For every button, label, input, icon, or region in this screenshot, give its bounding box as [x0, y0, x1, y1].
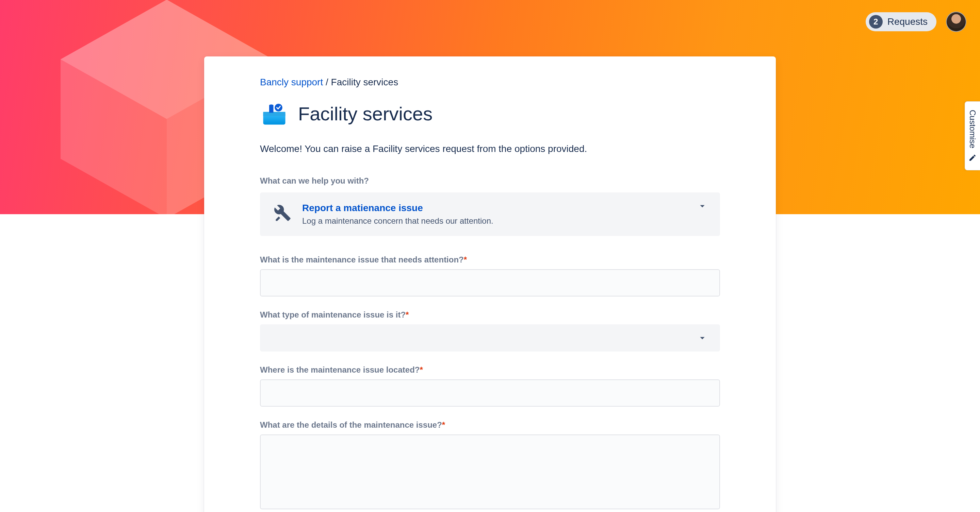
field-issue-details: What are the details of the maintenance …: [260, 420, 720, 510]
request-type-selector[interactable]: Report a matienance issue Log a maintena…: [260, 192, 720, 236]
requests-label: Requests: [888, 16, 928, 27]
required-marker: *: [406, 310, 409, 319]
welcome-text: Welcome! You can raise a Facility servic…: [260, 143, 720, 154]
help-prompt-label: What can we help you with?: [260, 176, 720, 185]
svg-rect-4: [263, 112, 285, 116]
requests-button[interactable]: 2 Requests: [865, 12, 937, 31]
required-marker: *: [420, 365, 423, 374]
avatar[interactable]: [946, 11, 966, 32]
portal-card: Bancly support / Facility services Facil…: [204, 56, 776, 512]
facility-services-icon: [260, 100, 288, 127]
chevron-down-icon: [697, 333, 708, 343]
title-row: Facility services: [260, 100, 720, 127]
issue-summary-input[interactable]: [260, 269, 720, 296]
field-label-issue-summary: What is the maintenance issue that needs…: [260, 255, 720, 265]
field-issue-location: Where is the maintenance issue located?*: [260, 365, 720, 407]
request-type-title: Report a matienance issue: [302, 203, 706, 214]
top-right-bar: 2 Requests: [865, 11, 966, 32]
field-label-text: Where is the maintenance issue located?: [260, 365, 420, 374]
breadcrumb-root-link[interactable]: Bancly support: [260, 77, 323, 87]
issue-type-select[interactable]: [260, 324, 720, 352]
request-type-description: Log a maintenance concern that needs our…: [302, 216, 706, 226]
requests-count-badge: 2: [869, 15, 883, 29]
field-issue-summary: What is the maintenance issue that needs…: [260, 255, 720, 296]
field-label-text: What is the maintenance issue that needs…: [260, 255, 464, 264]
chevron-down-icon: [697, 201, 708, 211]
breadcrumb-separator: /: [323, 77, 331, 87]
field-label-issue-location: Where is the maintenance issue located?*: [260, 365, 720, 375]
field-issue-type: What type of maintenance issue is it?*: [260, 310, 720, 352]
customise-tab[interactable]: Customise: [965, 101, 980, 170]
field-label-issue-type: What type of maintenance issue is it?*: [260, 310, 720, 320]
required-marker: *: [442, 420, 445, 430]
issue-details-textarea[interactable]: [260, 434, 720, 509]
customise-label: Customise: [968, 110, 977, 148]
wrench-screwdriver-icon: [274, 204, 291, 222]
issue-location-input[interactable]: [260, 379, 720, 407]
field-label-issue-details: What are the details of the maintenance …: [260, 420, 720, 430]
breadcrumb-current: Facility services: [331, 77, 398, 87]
field-label-text: What are the details of the maintenance …: [260, 420, 442, 430]
field-label-text: What type of maintenance issue is it?: [260, 310, 406, 319]
required-marker: *: [464, 255, 467, 264]
page-title: Facility services: [298, 103, 433, 125]
pencil-icon: [969, 154, 977, 162]
breadcrumb: Bancly support / Facility services: [260, 77, 720, 88]
